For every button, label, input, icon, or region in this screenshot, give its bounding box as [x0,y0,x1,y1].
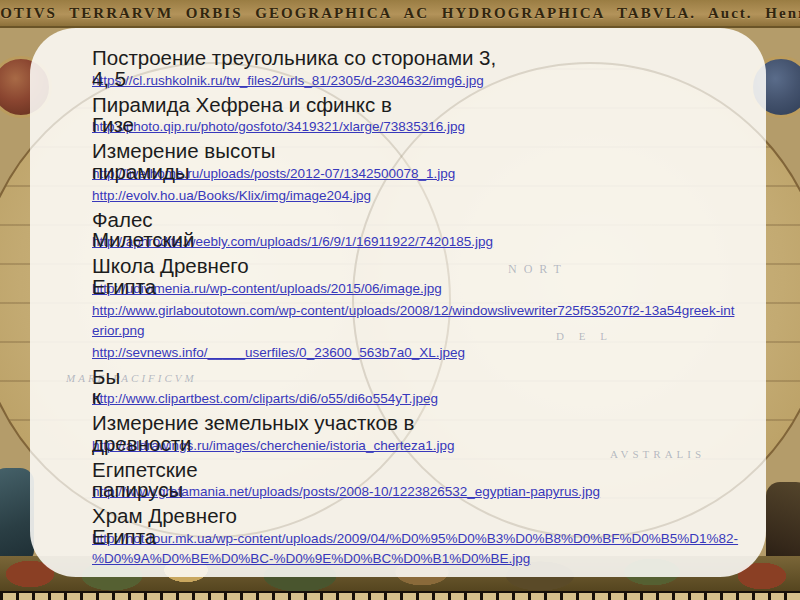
item-title-line: Египетские [92,458,740,483]
item-link-row: Египта http://udivimenia.ru/wp-content/u… [92,279,740,299]
item-title-line: древности [92,432,191,457]
reference-item: Храм Древнего Египта http://hot-tour.mk.… [92,504,740,569]
item-link-row: http://www.girlaboutotown.com/wp-content… [92,301,740,341]
item-url-link[interactable]: http://evolv.ho.ua/Books/Klix/img/image2… [92,186,371,206]
map-title-banner: VA TOTIVS TERRARVM ORBIS GEOGRAPHICA AC … [0,0,800,28]
reference-item: Школа Древнего Египта http://udivimenia.… [92,254,740,299]
item-title-line: Пирамида Хефрена и сфинкс в [92,93,740,118]
item-link-row: Египта http://hot-tour.mk.ua/wp-content/… [92,529,740,569]
item-link-row: 4, 5 https://cl.rushkolnik.ru/tw_files2/… [92,71,740,91]
map-title-text: VA TOTIVS TERRARVM ORBIS GEOGRAPHICA AC … [0,5,800,22]
item-title: Пирамида Хефрена и сфинкс в [92,93,740,118]
references-list: Построение треугольника со сторонами 3, … [92,46,740,571]
item-link-row: древности http://alldrawings.ru/images/c… [92,436,740,456]
item-link-row: http://evolv.ho.ua/Books/Klix/img/image2… [92,186,740,206]
item-link-row: Милетский http://aphrodite.weebly.com/up… [92,232,740,252]
reference-item: http://sevnews.info/_____userfiles/0_236… [92,343,740,363]
item-title-line: Храм Древнего [92,504,740,529]
item-title-line: папирусы [92,478,183,503]
item-url-link[interactable]: http://photo.qip.ru/photo/gosfoto/341932… [92,117,465,137]
item-title: Построение треугольника со сторонами 3, [92,46,740,71]
item-title-line: Египта [92,525,156,550]
item-title-line: Милетский [92,228,195,253]
item-link-row: к http://www.clipartbest.com/cliparts/di… [92,389,740,409]
item-title: Бы [92,365,740,390]
item-link-row: папирусы http://www.grafamania.net/uploa… [92,482,740,502]
item-title-line: Египта [92,275,156,300]
reference-item: Пирамида Хефрена и сфинкс в Гизе http://… [92,93,740,138]
reference-item: Построение треугольника со сторонами 3, … [92,46,740,91]
item-title-line: пирамиды [92,160,190,185]
item-link-row: пирамиды http://livethome.ru/uploads/pos… [92,164,740,184]
item-title-line: Бы [92,365,740,390]
item-url-link[interactable]: http://www.clipartbest.com/cliparts/di6/… [92,389,438,409]
item-title: Храм Древнего [92,504,740,529]
reference-item: Измерение высоты пирамиды http://livetho… [92,139,740,184]
item-title-line: к [92,385,101,410]
item-url-link[interactable]: http://www.girlaboutotown.com/wp-content… [92,301,740,341]
item-link-row: http://sevnews.info/_____userfiles/0_236… [92,343,740,363]
map-figure-bottom-left [0,468,34,564]
item-url-link[interactable]: https://cl.rushkolnik.ru/tw_files2/urls_… [92,71,484,91]
item-title-line: Школа Древнего [92,254,740,279]
item-title-line: 4, 5 [92,67,126,92]
presentation-slide: VA TOTIVS TERRARVM ORBIS GEOGRAPHICA AC … [0,0,800,600]
map-scale-ruler [0,591,800,600]
item-url-link[interactable]: http://sevnews.info/_____userfiles/0_236… [92,343,465,363]
item-title-line: Гизе [92,113,134,138]
reference-item: Фалес Милетский http://aphrodite.weebly.… [92,208,740,253]
item-title-line: Построение треугольника со сторонами 3, [92,46,740,71]
item-url-link[interactable]: http://hot-tour.mk.ua/wp-content/uploads… [92,529,740,569]
reference-item: http://www.girlaboutotown.com/wp-content… [92,301,740,341]
item-title: Египетские [92,458,740,483]
item-title: Школа Древнего [92,254,740,279]
reference-item: Египетские папирусы http://www.grafamani… [92,458,740,503]
reference-item: Бы к http://www.clipartbest.com/cliparts… [92,365,740,410]
reference-item: http://evolv.ho.ua/Books/Klix/img/image2… [92,186,740,206]
item-link-row: Гизе http://photo.qip.ru/photo/gosfoto/3… [92,117,740,137]
reference-item: Измерение земельных участков в древности… [92,411,740,456]
